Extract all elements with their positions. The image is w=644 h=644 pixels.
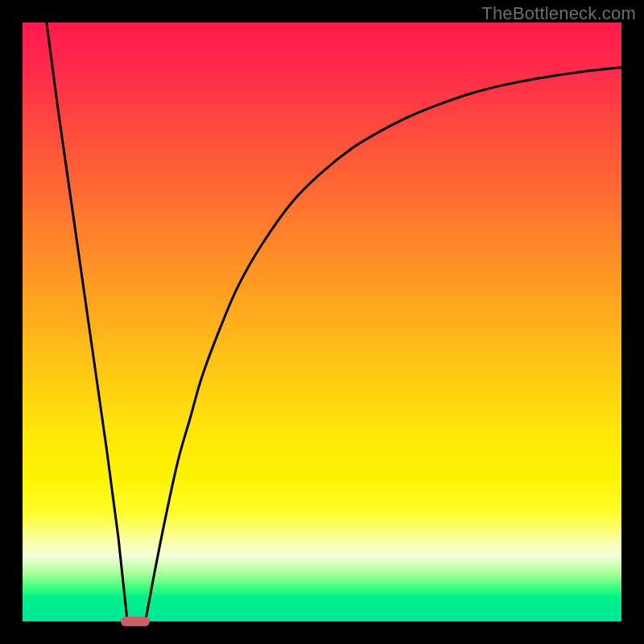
watermark: TheBottleneck.com: [481, 3, 636, 24]
curve-path: [47, 23, 621, 621]
bottleneck-curve: [23, 23, 621, 621]
plot-area: [23, 23, 621, 621]
chart-frame: TheBottleneck.com: [0, 0, 644, 644]
optimum-marker: [121, 617, 150, 626]
